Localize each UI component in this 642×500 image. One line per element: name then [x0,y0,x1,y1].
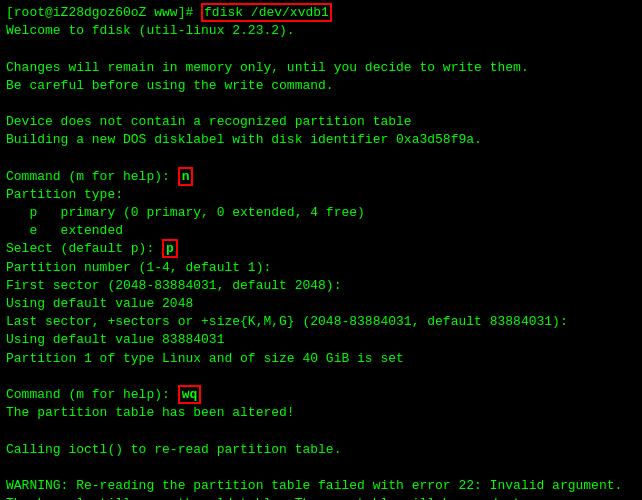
line-22: Command (m for help): wq [6,386,636,404]
line-1: [root@iZ28dgoz60oZ www]# fdisk /dev/xvdb… [6,4,636,22]
line-17: Using default value 2048 [6,295,636,313]
line-12: p primary (0 primary, 0 extended, 4 free… [6,204,636,222]
select-prompt: Select (default p): [6,241,162,256]
line-3-empty [6,40,636,58]
command-fdisk: fdisk /dev/xvdb1 [201,3,332,22]
line-14: Select (default p): p [6,240,636,258]
prompt-1: [root@iZ28dgoz60oZ www]# [6,5,201,20]
cmd-n: n [178,167,194,186]
terminal-window: [root@iZ28dgoz60oZ www]# fdisk /dev/xvdb… [6,4,636,500]
line-16: First sector (2048-83884031, default 204… [6,277,636,295]
cmd-prompt-2: Command (m for help): [6,387,178,402]
line-24-empty [6,422,636,440]
line-10: Command (m for help): n [6,168,636,186]
line-18: Last sector, +sectors or +size{K,M,G} (2… [6,313,636,331]
line-13: e extended [6,222,636,240]
cmd-p: p [162,239,178,258]
line-28: The kernel still uses the old table. The… [6,495,636,500]
line-23: The partition table has been altered! [6,404,636,422]
cmd-wq: wq [178,385,202,404]
line-8: Building a new DOS disklabel with disk i… [6,131,636,149]
cmd-prompt-1: Command (m for help): [6,169,178,184]
line-7: Device does not contain a recognized par… [6,113,636,131]
line-6-empty [6,95,636,113]
line-2: Welcome to fdisk (util-linux 2.23.2). [6,22,636,40]
line-4: Changes will remain in memory only, unti… [6,59,636,77]
line-21-empty [6,368,636,386]
line-25: Calling ioctl() to re-read partition tab… [6,441,636,459]
line-26-empty [6,459,636,477]
line-11: Partition type: [6,186,636,204]
line-5: Be careful before using the write comman… [6,77,636,95]
line-19: Using default value 83884031 [6,331,636,349]
line-20: Partition 1 of type Linux and of size 40… [6,350,636,368]
line-27: WARNING: Re-reading the partition table … [6,477,636,495]
line-9-empty [6,150,636,168]
line-15: Partition number (1-4, default 1): [6,259,636,277]
